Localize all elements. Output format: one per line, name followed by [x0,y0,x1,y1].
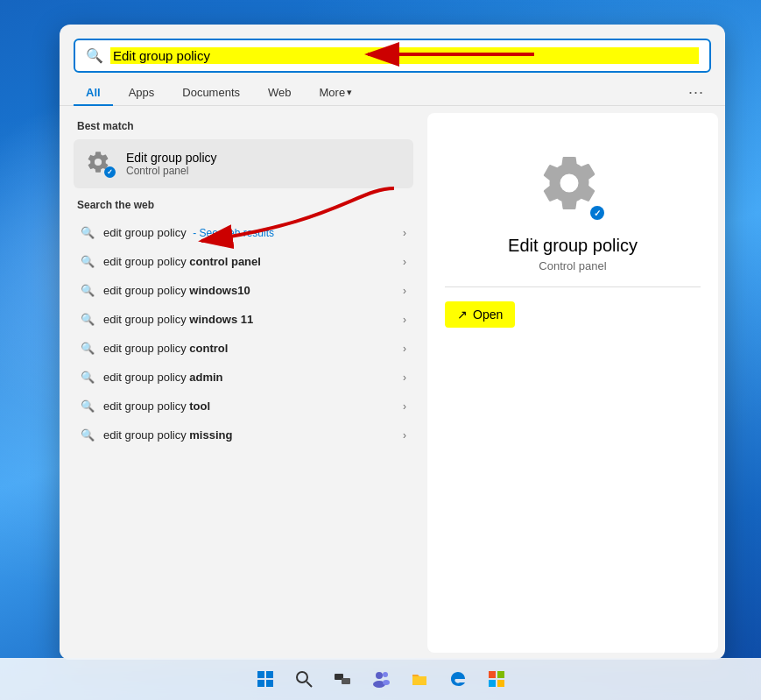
taskbar [0,658,761,700]
web-section-label: Search the web [74,199,413,211]
search-web-icon: 🔍 [81,371,95,384]
web-item-text: edit group policy windows 11 [103,313,394,326]
web-item-text: edit group policy control [103,342,394,355]
search-icon: 🔍 [86,47,103,64]
list-item[interactable]: 🔍 edit group policy - See web results › [74,218,413,247]
search-bar[interactable]: 🔍 Edit group policy [74,39,711,73]
bold-text: windows10 [189,284,250,297]
bold-text: admin [189,371,222,384]
list-item[interactable]: 🔍 edit group policy windows 11 › [74,305,413,334]
taskbar-teams-button[interactable] [365,663,397,695]
web-item-text: edit group policy windows10 [103,284,394,297]
tab-apps[interactable]: Apps [116,81,167,106]
main-content: Best match ✓ Edit group policy Control p… [60,106,725,660]
chevron-right-icon: › [403,400,406,413]
list-item[interactable]: 🔍 edit group policy tool › [74,392,413,421]
search-web-icon: 🔍 [81,342,95,355]
more-options-button[interactable]: ··· [681,80,711,105]
taskbar-edge-button[interactable] [442,663,474,695]
app-icon-wrap: ✓ [84,148,116,180]
right-icon-wrap: ✓ [538,152,608,222]
bold-text: windows 11 [189,313,253,326]
right-panel: ✓ Edit group policy Control panel ↗ Open [427,113,718,653]
web-item-text: edit group policy control panel [103,255,394,268]
list-item[interactable]: 🔍 edit group policy windows10 › [74,276,413,305]
divider [445,286,701,287]
chevron-right-icon: › [403,343,406,355]
search-bar-container: 🔍 Edit group policy [60,25,725,73]
svg-rect-18 [497,680,504,687]
search-input[interactable]: Edit group policy [110,47,699,64]
taskbar-task-view-button[interactable] [327,663,358,695]
svg-rect-5 [257,680,264,687]
svg-rect-16 [497,671,504,678]
list-item[interactable]: 🔍 edit group policy admin › [74,363,413,392]
svg-rect-6 [266,680,273,687]
chevron-right-icon: › [403,285,406,297]
best-match-label: Best match [74,120,413,132]
bold-text: missing [189,428,232,442]
tabs-bar: All Apps Documents Web More ▾ ··· [60,73,725,106]
tabs-right: ··· [681,80,711,105]
list-item[interactable]: 🔍 edit group policy control panel › [74,247,413,276]
right-panel-title: Edit group policy [508,236,638,256]
svg-point-12 [383,672,388,677]
tab-more[interactable]: More ▾ [307,81,365,106]
search-web-icon: 🔍 [81,284,95,297]
check-badge-small: ✓ [104,166,116,178]
web-item-text: edit group policy missing [103,428,394,442]
bold-text: control [189,342,228,355]
taskbar-search-button[interactable] [288,663,320,695]
check-badge-large: ✓ [590,206,604,220]
web-item-text: edit group policy tool [103,399,394,413]
chevron-right-icon: › [403,371,406,384]
bold-text: tool [189,399,210,413]
web-item-text: edit group policy - See web results [103,226,394,239]
taskbar-start-button[interactable] [250,663,281,695]
taskbar-store-button[interactable] [481,663,512,695]
chevron-right-icon: › [403,314,406,326]
chevron-down-icon: ▾ [347,87,352,98]
search-web-icon: 🔍 [81,399,95,413]
see-web-results: - See web results [193,227,274,239]
best-match-name: Edit group policy [126,151,217,165]
open-icon: ↗ [457,308,468,322]
tab-web[interactable]: Web [256,81,304,106]
search-web-icon: 🔍 [81,313,95,326]
svg-rect-17 [489,680,496,687]
search-web-icon: 🔍 [81,255,95,268]
search-web-icon: 🔍 [81,226,95,239]
left-panel: Best match ✓ Edit group policy Control p… [60,106,427,660]
gear-check-icon-large: ✓ [538,152,601,218]
best-match-text: Edit group policy Control panel [126,151,217,177]
svg-rect-4 [266,671,273,678]
list-item[interactable]: 🔍 edit group policy missing › [74,421,413,449]
svg-rect-15 [489,671,496,678]
svg-line-8 [307,682,312,687]
open-button[interactable]: ↗ Open [445,301,515,328]
svg-point-7 [297,672,307,682]
tab-documents[interactable]: Documents [170,81,252,106]
right-panel-sub: Control panel [539,259,606,272]
search-panel: 🔍 Edit group policy All Apps Documents W… [60,25,725,660]
taskbar-explorer-button[interactable] [404,663,435,695]
search-web-icon: 🔍 [81,428,95,442]
svg-point-14 [383,680,390,685]
bold-text: control panel [189,255,261,268]
svg-point-11 [376,672,383,679]
list-item[interactable]: 🔍 edit group policy control › [74,334,413,363]
tab-all[interactable]: All [74,81,113,106]
chevron-right-icon: › [403,227,406,239]
chevron-right-icon: › [403,256,406,268]
gear-check-icon-small: ✓ [86,150,114,178]
svg-rect-10 [342,678,350,684]
web-item-text: edit group policy admin [103,371,394,384]
web-search-items: 🔍 edit group policy - See web results › … [74,218,413,449]
best-match-item[interactable]: ✓ Edit group policy Control panel [74,139,413,188]
chevron-right-icon: › [403,429,406,442]
svg-rect-3 [257,671,264,678]
best-match-sub: Control panel [126,165,217,177]
